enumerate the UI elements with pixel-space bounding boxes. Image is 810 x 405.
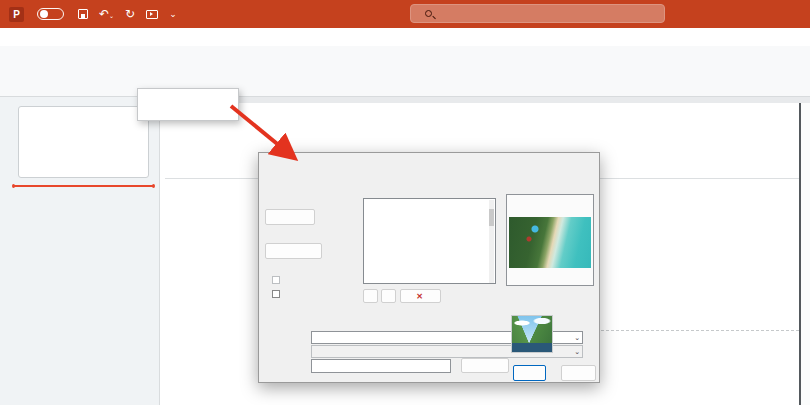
search-box[interactable] (410, 4, 665, 23)
chevron-down-icon: ⌄ (574, 348, 580, 356)
slide-thumbnail-panel (0, 97, 160, 405)
toggle-knob-icon (40, 10, 48, 18)
scrollbar-thumb[interactable] (489, 209, 494, 226)
create-button[interactable] (513, 365, 546, 381)
title-bar: P ↶⌄ ↻ ⌄ (0, 0, 810, 28)
cancel-button[interactable] (561, 365, 596, 381)
preview-pane (506, 194, 594, 286)
workspace-right-gutter (801, 103, 810, 405)
title-placeholder-bottom-border (601, 330, 799, 331)
theme-input[interactable] (311, 359, 451, 373)
photo-album-dropdown-menu (137, 88, 239, 121)
checkbox-icon (272, 276, 280, 284)
new-text-box-button[interactable] (265, 243, 322, 259)
captions-checkbox[interactable] (272, 276, 284, 284)
file-disk-button[interactable] (265, 209, 315, 225)
browse-button[interactable] (461, 358, 509, 373)
remove-button[interactable]: ✕ (400, 289, 441, 303)
autosave-toggle[interactable] (37, 8, 64, 20)
undo-icon[interactable]: ↶⌄ (99, 8, 114, 20)
search-icon (425, 10, 432, 17)
preview-photo (509, 217, 591, 268)
ribbon (0, 46, 810, 97)
slide-thumbnail[interactable] (18, 106, 149, 178)
powerpoint-logo-icon[interactable]: P (9, 7, 24, 22)
pictures-in-album-list[interactable] (363, 198, 496, 284)
chevron-down-icon: ⌄ (574, 334, 580, 342)
customize-toolbar-chevron-icon[interactable]: ⌄ (169, 10, 177, 19)
quick-access-toolbar: ↶⌄ ↻ ⌄ (78, 8, 177, 20)
redo-icon[interactable]: ↻ (125, 8, 135, 20)
theme-preview-thumbnail (511, 315, 553, 353)
move-down-button[interactable] (381, 289, 396, 303)
powerpoint-window: P ↶⌄ ↻ ⌄ (0, 0, 810, 405)
ribbon-tab-row (0, 28, 810, 46)
remove-x-icon: ✕ (416, 292, 423, 301)
photo-album-dialog: ✕ ⌄ ⌄ (258, 152, 600, 383)
slide-right-edge (799, 103, 801, 405)
black-white-checkbox[interactable] (272, 290, 284, 298)
save-icon[interactable] (78, 9, 88, 19)
start-slideshow-icon[interactable] (146, 10, 158, 19)
checkbox-icon (272, 290, 280, 298)
list-scrollbar[interactable] (489, 200, 494, 284)
slide-insertion-indicator (14, 185, 153, 187)
move-up-button[interactable] (363, 289, 378, 303)
